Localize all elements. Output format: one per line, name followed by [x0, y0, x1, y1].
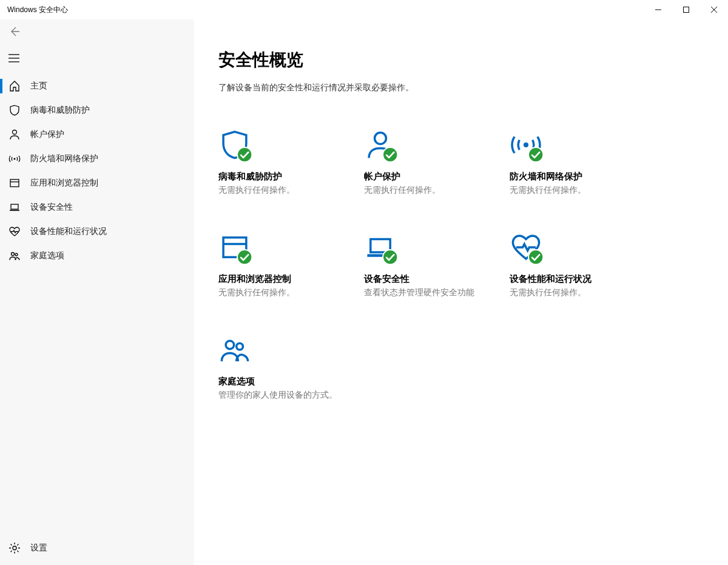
tile-title: 防火墙和网络保护	[510, 171, 655, 182]
tile-title: 设备安全性	[364, 273, 510, 285]
content: 安全性概览 了解设备当前的安全性和运行情况并采取必要操作。 病毒和威胁防护无需执…	[194, 19, 728, 565]
titlebar: Windows 安全中心	[0, 0, 728, 19]
nav-label: 防火墙和网络保护	[30, 153, 98, 164]
tile-desc: 查看状态并管理硬件安全功能	[364, 287, 510, 298]
tile-title: 设备性能和运行状况	[510, 273, 655, 285]
appbar-icon	[8, 177, 21, 189]
tile-heart[interactable]: 设备性能和运行状况无需执行任何操作。	[510, 230, 655, 298]
nav-label: 应用和浏览器控制	[30, 178, 98, 189]
nav-virus[interactable]: 病毒和威胁防护	[0, 98, 194, 122]
nav-label: 主页	[30, 81, 47, 92]
nav-label: 设备性能和运行状况	[30, 226, 107, 237]
nav-label: 帐户保护	[30, 129, 64, 140]
tile-desc: 无需执行任何操作。	[510, 287, 655, 298]
cellular-icon	[510, 127, 655, 161]
nav-home[interactable]: 主页	[0, 74, 194, 98]
back-button[interactable]	[8, 25, 21, 38]
nav-appbrowser[interactable]: 应用和浏览器控制	[0, 171, 194, 195]
minimize-button[interactable]	[644, 0, 672, 19]
nav-label: 设备安全性	[30, 202, 73, 213]
cellular-icon	[8, 153, 21, 165]
tile-laptop[interactable]: 设备安全性查看状态并管理硬件安全功能	[364, 230, 510, 298]
page-title: 安全性概览	[218, 48, 704, 72]
nav-settings[interactable]: 设置	[0, 536, 194, 560]
tile-appbar[interactable]: 应用和浏览器控制无需执行任何操作。	[218, 230, 364, 298]
tile-title: 病毒和威胁防护	[218, 171, 364, 182]
svg-rect-11	[684, 7, 689, 13]
person-icon	[364, 127, 510, 161]
nav-device[interactable]: 设备安全性	[0, 195, 194, 219]
tile-desc: 无需执行任何操作。	[510, 185, 655, 196]
tile-person[interactable]: 帐户保护无需执行任何操作。	[364, 127, 510, 196]
nav-label: 病毒和威胁防护	[30, 105, 90, 116]
nav-health[interactable]: 设备性能和运行状况	[0, 219, 194, 244]
tile-desc: 无需执行任何操作。	[218, 287, 364, 298]
tile-family[interactable]: 家庭选项管理你的家人使用设备的方式。	[218, 332, 364, 401]
shield-icon	[218, 127, 364, 161]
hamburger-button[interactable]	[8, 54, 19, 62]
page-subtitle: 了解设备当前的安全性和运行情况并采取必要操作。	[218, 82, 704, 93]
heart-icon	[510, 230, 655, 264]
nav-family[interactable]: 家庭选项	[0, 244, 194, 268]
heart-icon	[8, 226, 21, 238]
shield-icon	[8, 104, 21, 116]
tile-desc: 无需执行任何操作。	[218, 185, 364, 196]
laptop-icon	[364, 230, 510, 264]
tile-cellular[interactable]: 防火墙和网络保护无需执行任何操作。	[510, 127, 655, 196]
sidebar: 主页 病毒和威胁防护 帐户保护 防火墙和网络保护 应用和浏览器控制 设备安全性	[0, 19, 194, 565]
gear-icon	[8, 542, 21, 554]
family-icon	[8, 250, 21, 262]
close-button[interactable]	[700, 0, 728, 19]
nav-label: 设置	[30, 543, 47, 553]
person-icon	[8, 129, 21, 141]
appbar-icon	[218, 230, 364, 264]
tile-grid: 病毒和威胁防护无需执行任何操作。帐户保护无需执行任何操作。防火墙和网络保护无需执…	[218, 127, 704, 401]
nav-account[interactable]: 帐户保护	[0, 122, 194, 147]
window-title: Windows 安全中心	[7, 5, 68, 15]
nav: 主页 病毒和威胁防护 帐户保护 防火墙和网络保护 应用和浏览器控制 设备安全性	[0, 74, 194, 268]
home-icon	[8, 80, 21, 92]
maximize-button[interactable]	[672, 0, 700, 19]
nav-firewall[interactable]: 防火墙和网络保护	[0, 147, 194, 171]
family-icon	[218, 332, 364, 366]
tile-desc: 无需执行任何操作。	[364, 185, 510, 196]
tile-shield[interactable]: 病毒和威胁防护无需执行任何操作。	[218, 127, 364, 196]
nav-label: 家庭选项	[30, 250, 64, 261]
tile-title: 帐户保护	[364, 171, 510, 182]
laptop-icon	[8, 201, 21, 213]
tile-title: 家庭选项	[218, 376, 364, 387]
tile-title: 应用和浏览器控制	[218, 273, 364, 285]
tile-desc: 管理你的家人使用设备的方式。	[218, 390, 364, 401]
